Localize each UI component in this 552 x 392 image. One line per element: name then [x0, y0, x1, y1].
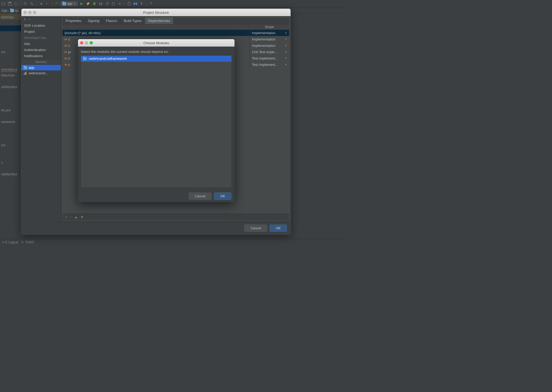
svg-line-4 — [26, 4, 27, 5]
attach-icon[interactable] — [111, 1, 116, 6]
ps-tab[interactable]: Dependencies — [145, 17, 173, 24]
separator — [124, 1, 125, 6]
avd-icon[interactable] — [127, 1, 131, 6]
gutter-line — [0, 89, 21, 95]
close-icon[interactable] — [80, 41, 83, 44]
ps-tab[interactable]: Flavors — [103, 17, 121, 24]
svg-point-3 — [24, 2, 26, 4]
status-bar: ≡6: Logcat ✎TODO — [0, 239, 345, 245]
download-icon[interactable]: ⬇ — [139, 1, 144, 6]
separator — [21, 1, 21, 6]
ok-button[interactable]: OK — [270, 225, 287, 232]
sync-icon[interactable] — [14, 1, 19, 6]
sdk-icon[interactable] — [133, 1, 138, 6]
chevron-down-icon[interactable]: ▼ — [285, 38, 287, 40]
modules-header: Modules — [21, 59, 61, 65]
gutter-line: est — [0, 49, 21, 54]
ps-sidebar-item[interactable]: Project — [21, 29, 61, 35]
search-icon[interactable] — [23, 1, 28, 6]
ps-tabs: PropertiesSigningFlavorsBuild TypesDepen… — [62, 17, 289, 24]
dep-row[interactable]: {include=[*.jar], dir=libs}Implementatio… — [62, 30, 289, 36]
run-icon[interactable]: ▶ — [79, 1, 84, 6]
svg-rect-10 — [128, 2, 130, 5]
traffic-lights — [24, 11, 36, 14]
gutter-line: s — [0, 159, 21, 165]
gutter-line — [0, 54, 21, 60]
cm-footer: Cancel OK — [78, 190, 234, 202]
cancel-button[interactable]: Cancel — [244, 225, 267, 232]
close-icon[interactable] — [24, 11, 27, 14]
help-icon[interactable]: ? — [149, 1, 153, 6]
ps-sidebar-item[interactable]: SDK Location — [21, 22, 61, 29]
status-todo[interactable]: ✎TODO — [21, 240, 34, 244]
dep-name: c — [68, 44, 70, 48]
dep-name: {include=[*.jar], dir=libs} — [65, 31, 101, 35]
dep-name: ju — [68, 50, 71, 54]
module-list[interactable]: :webrtcandroidframework — [81, 55, 232, 188]
gutter-line: MainActiv — [0, 72, 21, 78]
chevron-down-icon: ▼ — [73, 2, 76, 5]
separator — [146, 1, 146, 6]
gutter-line — [0, 20, 21, 25]
dep-table-header: Scope — [62, 24, 289, 30]
ps-sidebar-item[interactable]: Authentication — [21, 47, 61, 53]
svg-point-6 — [32, 4, 33, 5]
dep-scope: Test implement... — [252, 63, 278, 67]
ps-footer: Cancel OK — [21, 222, 291, 234]
folder-icon — [10, 9, 14, 12]
chevron-down-icon[interactable]: ▼ — [285, 32, 287, 34]
build-icon[interactable]: ↶ — [54, 1, 59, 6]
module-label: webrtcandr... — [29, 71, 48, 75]
gutter-line: les.pro — [0, 107, 21, 113]
svg-point-5 — [30, 2, 32, 4]
remove-icon[interactable]: − — [28, 17, 30, 22]
chevron-down-icon[interactable]: ▼ — [285, 57, 287, 60]
run-config-dropdown[interactable]: app▼ — [61, 1, 78, 6]
ps-tab[interactable]: Signing — [85, 17, 103, 24]
up-icon[interactable]: ▲ — [74, 215, 78, 219]
status-logcat[interactable]: ≡6: Logcat — [2, 240, 18, 244]
chevron-down-icon[interactable]: ▼ — [285, 63, 287, 66]
maximize-icon[interactable] — [90, 41, 93, 44]
dep-scope: Implementation — [252, 37, 275, 41]
save-icon[interactable] — [7, 1, 12, 6]
minimize-icon[interactable] — [85, 41, 88, 44]
dep-name: c — [68, 37, 70, 41]
ps-sidebar-item[interactable]: Developer Ser... — [21, 35, 61, 41]
ps-tab[interactable]: Properties — [62, 17, 85, 24]
add-icon[interactable]: + — [24, 17, 26, 22]
minimize-icon[interactable] — [28, 11, 31, 14]
ps-sidebar-item[interactable]: Ads — [21, 41, 61, 47]
debug-icon[interactable] — [92, 1, 97, 6]
dialog-titlebar: Project Structure — [21, 9, 291, 16]
module-item[interactable]: webrtcandr... — [21, 70, 61, 76]
gutter-line: oidManifest — [0, 84, 21, 89]
profile-icon[interactable]: ▮▮ — [98, 1, 103, 6]
search-replace-icon[interactable] — [29, 1, 34, 6]
breadcrumb-item[interactable]: ap — [10, 9, 18, 12]
module-item[interactable]: app — [21, 65, 61, 70]
svg-rect-11 — [134, 3, 135, 5]
add-icon[interactable]: + — [65, 215, 67, 219]
back-icon[interactable]: ◄ — [39, 1, 43, 6]
maximize-icon[interactable] — [33, 11, 36, 14]
ps-tab[interactable]: Build Types — [121, 17, 145, 24]
cancel-button[interactable]: Cancel — [189, 193, 211, 200]
breadcrumb-root[interactable]: App — [2, 9, 7, 12]
module-list-item[interactable]: :webrtcandroidframework — [81, 56, 232, 62]
dep-tools: + − ▲ ▼ — [62, 213, 289, 220]
dialog-title: Choose Modules — [78, 41, 234, 45]
open-icon[interactable] — [1, 1, 6, 6]
ok-button[interactable]: OK — [214, 193, 231, 200]
coverage-icon[interactable]: ◔ — [105, 1, 109, 6]
stop-icon[interactable]: ■ — [117, 1, 122, 6]
forward-icon[interactable]: ► — [45, 1, 50, 6]
apply-changes-icon[interactable]: ⚡ — [86, 1, 90, 6]
down-icon[interactable]: ▼ — [80, 215, 84, 219]
gutter-line — [0, 136, 21, 142]
chevron-down-icon[interactable]: ▼ — [285, 44, 287, 47]
ps-sidebar-item[interactable]: Notifications — [21, 53, 61, 59]
chevron-down-icon[interactable]: ▼ — [285, 51, 287, 53]
svg-rect-12 — [136, 3, 137, 5]
remove-icon[interactable]: − — [70, 215, 72, 219]
